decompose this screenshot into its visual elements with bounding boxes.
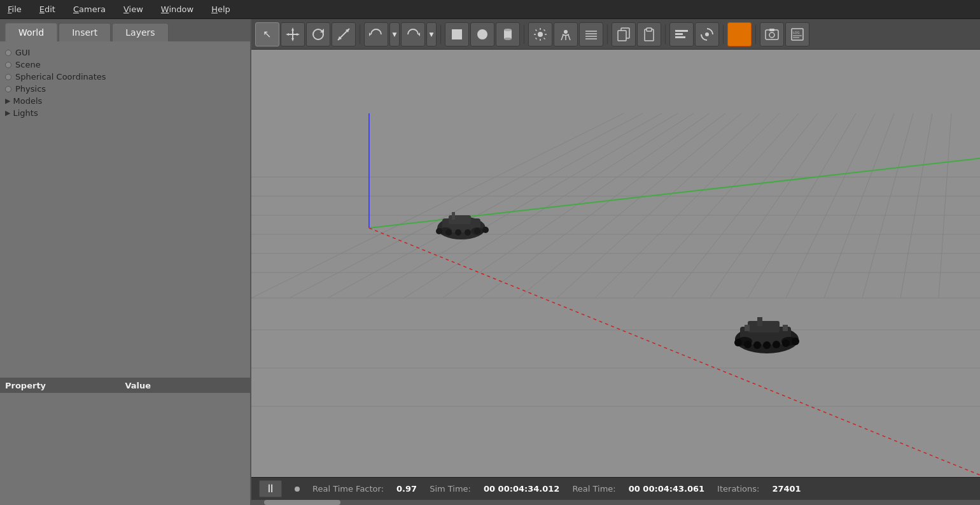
svg-point-38 xyxy=(705,32,709,36)
models-arrow: ▶ xyxy=(5,97,10,105)
svg-line-25 xyxy=(536,38,537,39)
copy-icon xyxy=(617,27,631,41)
svg-rect-94 xyxy=(783,325,788,331)
svg-marker-5 xyxy=(297,33,300,36)
spherical-label: Spherical Coordinates xyxy=(15,72,106,82)
tree-item-gui[interactable]: GUI xyxy=(3,46,248,59)
paste-button[interactable] xyxy=(637,22,661,46)
menubar: File Edit Camera View Window Help xyxy=(0,0,980,19)
separator-1 xyxy=(360,25,360,44)
svg-point-83 xyxy=(436,228,442,234)
iterations-label: Iterations: xyxy=(717,484,759,494)
svg-line-23 xyxy=(544,38,545,39)
tree-item-physics[interactable]: Physics xyxy=(3,83,248,95)
svg-rect-35 xyxy=(675,30,688,32)
spot-light-button[interactable] xyxy=(554,22,578,46)
scrollbar[interactable] xyxy=(251,500,980,505)
align-button[interactable] xyxy=(669,22,694,46)
menu-file[interactable]: File xyxy=(4,3,25,15)
paste-icon xyxy=(642,27,656,41)
select-icon: ↖ xyxy=(263,28,271,40)
redo-button[interactable] xyxy=(401,22,425,46)
tab-world[interactable]: World xyxy=(5,23,57,41)
menu-window[interactable]: Window xyxy=(157,3,197,15)
menu-edit[interactable]: Edit xyxy=(36,3,59,15)
log-button[interactable]: LOG xyxy=(785,22,809,46)
sim-time-label: Sim Time: xyxy=(430,484,471,494)
physics-label: Physics xyxy=(15,84,46,94)
status-dot xyxy=(295,487,300,492)
separator-6 xyxy=(723,25,724,44)
spherical-bullet xyxy=(5,74,11,80)
gui-label: GUI xyxy=(15,48,30,57)
point-light-button[interactable] xyxy=(528,22,552,46)
grid-svg xyxy=(251,50,980,477)
property-col-header: Property xyxy=(5,381,125,390)
value-col-header: Value xyxy=(125,381,246,390)
svg-rect-39 xyxy=(734,29,745,40)
separator-3 xyxy=(524,25,524,44)
svg-point-97 xyxy=(734,339,742,346)
redo-dropdown-button[interactable]: ▼ xyxy=(426,22,437,46)
menu-camera[interactable]: Camera xyxy=(69,3,109,15)
svg-rect-91 xyxy=(748,321,780,332)
svg-rect-36 xyxy=(675,33,683,35)
svg-rect-42 xyxy=(769,29,774,31)
svg-rect-93 xyxy=(745,325,750,331)
physics-bullet xyxy=(5,86,11,92)
svg-point-100 xyxy=(763,341,771,349)
scale-tool-button[interactable] xyxy=(332,22,356,46)
undo-button[interactable] xyxy=(364,22,388,46)
tab-bar: World Insert Layers xyxy=(0,19,250,41)
menu-help[interactable]: Help xyxy=(207,3,234,15)
tree-item-spherical-coordinates[interactable]: Spherical Coordinates xyxy=(3,71,248,83)
select-tool-button[interactable]: ↖ xyxy=(255,22,279,46)
iterations-value: 27401 xyxy=(772,484,801,494)
tree-item-models[interactable]: ▶ Models xyxy=(3,95,248,107)
translate-tool-button[interactable] xyxy=(281,22,305,46)
tab-layers[interactable]: Layers xyxy=(112,23,168,41)
svg-point-84 xyxy=(445,229,452,236)
models-label: Models xyxy=(13,96,42,106)
svg-text:LOG: LOG xyxy=(793,31,800,34)
box-button[interactable] xyxy=(445,22,469,46)
undo-dropdown-button[interactable]: ▼ xyxy=(389,22,400,46)
snap-button[interactable] xyxy=(695,22,719,46)
rotate-tool-button[interactable] xyxy=(306,22,330,46)
tab-insert[interactable]: Insert xyxy=(59,23,111,41)
svg-point-85 xyxy=(455,229,461,236)
separator-7 xyxy=(755,25,756,44)
scrollbar-thumb[interactable] xyxy=(264,500,340,505)
svg-rect-34 xyxy=(647,28,652,31)
sphere-button[interactable] xyxy=(470,22,494,46)
sim-time-value: 00 00:04:34.012 xyxy=(484,484,559,494)
directional-light-button[interactable] xyxy=(579,22,603,46)
undo-icon xyxy=(369,29,383,40)
svg-marker-4 xyxy=(286,33,289,36)
svg-point-16 xyxy=(504,38,512,40)
svg-marker-2 xyxy=(291,27,294,31)
redo-dropdown-icon: ▼ xyxy=(430,31,434,38)
translate-icon xyxy=(286,27,300,41)
pause-button[interactable]: ⏸ xyxy=(259,480,282,497)
svg-point-86 xyxy=(465,229,471,236)
world-tree: GUI Scene Spherical Coordinates Physics … xyxy=(0,41,250,378)
material-icon xyxy=(732,27,746,41)
3d-viewport[interactable] xyxy=(251,50,980,477)
real-time-label: Real Time: xyxy=(572,484,615,494)
svg-point-101 xyxy=(773,341,780,348)
lights-label: Lights xyxy=(13,108,38,118)
cylinder-button[interactable] xyxy=(496,22,520,46)
tree-item-lights[interactable]: ▶ Lights xyxy=(3,107,248,119)
tree-item-scene[interactable]: Scene xyxy=(3,59,248,71)
property-header: Property Value xyxy=(0,378,250,393)
scale-icon xyxy=(337,27,351,41)
svg-point-13 xyxy=(477,29,487,39)
screenshot-button[interactable] xyxy=(760,22,784,46)
menu-view[interactable]: View xyxy=(120,3,147,15)
copy-button[interactable] xyxy=(612,22,636,46)
svg-point-99 xyxy=(753,341,761,349)
svg-rect-37 xyxy=(675,36,685,38)
sphere-icon xyxy=(475,27,489,41)
material-button[interactable] xyxy=(727,22,752,46)
